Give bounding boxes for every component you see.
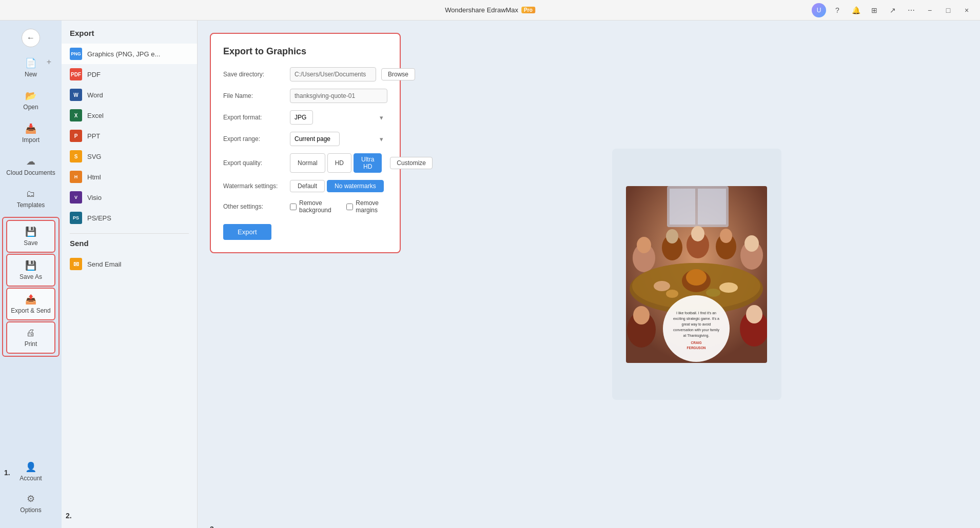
sidebar-item-new-label: New [25, 71, 37, 78]
export-item-ppt[interactable]: P PPT [62, 126, 197, 146]
sidebar-item-cloud[interactable]: ☁ Cloud Documents [3, 151, 58, 181]
save-directory-row: Save directory: Browse [223, 67, 387, 82]
export-item-svg[interactable]: S SVG [62, 146, 197, 167]
share-icon[interactable]: ↗ [886, 3, 900, 17]
new-plus-icon: + [47, 57, 51, 67]
help-icon[interactable]: ? [830, 3, 845, 17]
export-item-email[interactable]: ✉ Send Email [62, 254, 197, 274]
html-icon: H [70, 171, 82, 183]
quality-normal-button[interactable]: Normal [290, 153, 325, 173]
sidebar-item-account[interactable]: 👤 Account [3, 456, 58, 487]
excel-icon: X [70, 109, 82, 121]
sidebar-item-new[interactable]: 📄 New + [3, 52, 58, 83]
account-icon: 👤 [25, 461, 36, 473]
sidebar-item-import[interactable]: 📥 Import [3, 118, 58, 149]
notification-icon[interactable]: 🔔 [849, 3, 863, 17]
sidebar-item-options[interactable]: ⚙ Options [3, 488, 58, 519]
sidebar-item-saveas[interactable]: 💾 Save As [6, 254, 55, 287]
export-icon: 📤 [25, 294, 36, 305]
close-button[interactable]: × [959, 3, 974, 17]
sidebar-item-account-label: Account [19, 475, 42, 482]
export-range-select[interactable]: Current page All pages Selected items [290, 132, 340, 146]
titlebar-controls: U ? 🔔 ⊞ ↗ ⋯ − □ × [812, 3, 974, 17]
other-settings-row: Other settings: Remove background Remove… [223, 199, 387, 214]
export-divider [70, 233, 189, 234]
sidebar-bottom: 👤 Account ⚙ Options [0, 451, 62, 524]
browse-button[interactable]: Browse [381, 68, 415, 80]
remove-margins-item[interactable]: Remove margins [346, 199, 387, 214]
templates-icon: 🗂 [26, 189, 35, 199]
remove-margins-label: Remove margins [356, 199, 387, 214]
export-range-row: Export range: Current page All pages Sel… [223, 132, 387, 146]
preview-image: I like football. I find it's an exciting… [626, 186, 767, 363]
svg-point-9 [691, 226, 704, 241]
watermark-row: Watermark settings: Default No watermark… [223, 180, 387, 192]
back-button[interactable]: ← [22, 29, 40, 47]
svg-text:great way to avoid: great way to avoid [682, 322, 711, 327]
save-icon: 💾 [25, 226, 36, 237]
export-button[interactable]: Export [223, 224, 271, 240]
sidebar-item-open[interactable]: 📂 Open [3, 85, 58, 116]
export-to-graphics-panel: Export to Graphics Save directory: Brows… [198, 21, 413, 528]
svg-point-17 [686, 269, 707, 286]
quality-ultrahd-button[interactable]: Ultra HD [354, 153, 382, 173]
export-panel-inner: Export to Graphics Save directory: Brows… [210, 33, 401, 253]
svg-point-5 [637, 237, 651, 253]
user-avatar[interactable]: U [812, 3, 826, 17]
file-name-input[interactable] [290, 89, 387, 103]
export-item-excel[interactable]: X Excel [62, 105, 197, 126]
quality-hd-button[interactable]: HD [327, 153, 351, 173]
svg-text:at Thanksgiving.: at Thanksgiving. [683, 334, 710, 338]
remove-margins-checkbox[interactable] [346, 204, 353, 210]
png-icon: PNG [70, 48, 82, 60]
export-item-word[interactable]: W Word [62, 85, 197, 105]
sidebar-item-save[interactable]: 💾 Save [6, 220, 55, 253]
sidebar-item-templates[interactable]: 🗂 Templates [3, 184, 58, 214]
export-format-row: Export format: JPG PNG BMP GIF TIFF SVG [223, 110, 387, 125]
titlebar: Wondershare EdrawMax Pro U ? 🔔 ⊞ ↗ ⋯ − □… [0, 0, 980, 21]
preview-area: I like football. I find it's an exciting… [413, 21, 980, 528]
export-item-svg-label: SVG [87, 153, 101, 160]
sidebar-item-export[interactable]: 📤 Export & Send [6, 288, 55, 320]
export-item-png[interactable]: PNG Graphics (PNG, JPG e... [62, 44, 197, 64]
export-item-html[interactable]: H Html [62, 167, 197, 187]
grid-icon[interactable]: ⊞ [867, 3, 881, 17]
pro-badge: Pro [521, 7, 535, 13]
remove-background-item[interactable]: Remove background [290, 199, 338, 214]
sidebar-item-options-label: Options [20, 506, 41, 514]
remove-background-checkbox[interactable] [290, 204, 297, 210]
svg-point-23 [633, 306, 650, 324]
left-sidebar: ← 📄 New + 📂 Open 📥 Import ☁ Cloud Docume… [0, 21, 62, 528]
panel-title: Export to Graphics [223, 46, 387, 57]
svg-point-18 [654, 281, 670, 291]
more-icon[interactable]: ⋯ [904, 3, 918, 17]
svg-point-20 [666, 290, 678, 298]
svg-point-13 [744, 235, 759, 252]
file-name-row: File Name: [223, 89, 387, 103]
export-item-pseps[interactable]: PS PS/EPS [62, 208, 197, 228]
export-range-label: Export range: [223, 135, 285, 143]
sidebar-item-print-label: Print [25, 340, 37, 348]
watermark-default-button[interactable]: Default [290, 180, 325, 192]
sidebar-item-print[interactable]: 🖨 Print [6, 321, 55, 354]
svg-rect-3 [698, 189, 726, 225]
export-item-word-label: Word [87, 91, 103, 99]
maximize-button[interactable]: □ [941, 3, 955, 17]
customize-button[interactable]: Customize [390, 157, 433, 169]
export-item-png-label: Graphics (PNG, JPG e... [87, 50, 160, 58]
annotation-2: 2. [66, 512, 72, 520]
export-item-pdf[interactable]: PDF PDF [62, 64, 197, 85]
export-item-html-label: Html [87, 173, 101, 181]
open-icon: 📂 [25, 90, 36, 101]
export-item-visio[interactable]: V Visio [62, 187, 197, 208]
watermark-none-button[interactable]: No watermarks [327, 180, 384, 192]
svg-icon: S [70, 150, 82, 163]
watermark-label: Watermark settings: [223, 182, 285, 190]
svg-point-11 [720, 229, 732, 243]
export-item-visio-label: Visio [87, 194, 102, 201]
file-name-label: File Name: [223, 92, 285, 99]
svg-point-25 [746, 305, 762, 323]
minimize-button[interactable]: − [923, 3, 937, 17]
save-directory-input[interactable] [290, 67, 376, 82]
export-format-select[interactable]: JPG PNG BMP GIF TIFF SVG [290, 110, 313, 125]
